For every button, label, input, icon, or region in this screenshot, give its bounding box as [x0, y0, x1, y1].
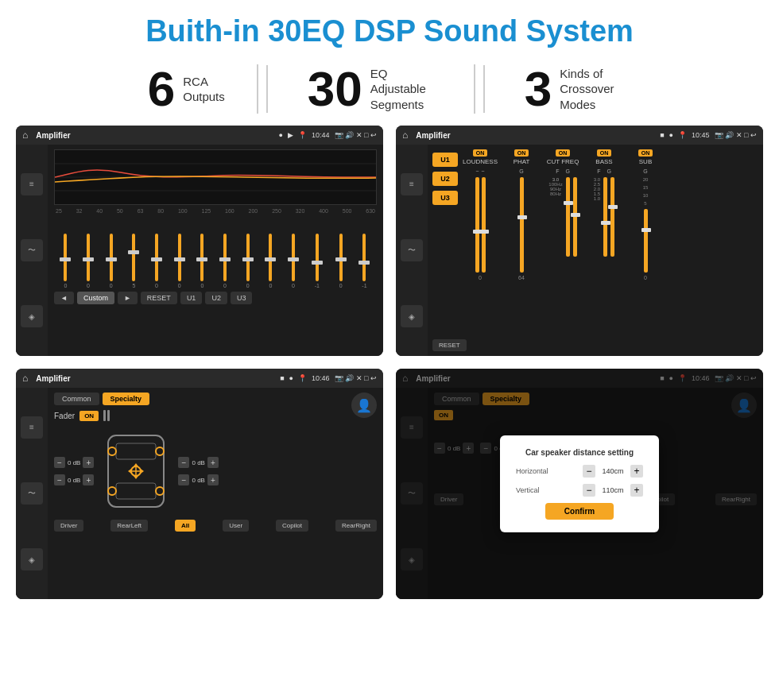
svg-rect-5	[116, 483, 156, 499]
copilot-btn[interactable]: Copilot	[276, 520, 308, 532]
crossover-sidebar-icon-3[interactable]: ◈	[401, 305, 423, 327]
crossover-channels: ON LOUDNESS ~~	[461, 149, 758, 351]
left-db-controls: − 0 dB + − 0 dB +	[54, 457, 94, 485]
eq-sidebar-icon-3[interactable]: ◈	[21, 305, 43, 327]
confirm-button[interactable]: Confirm	[545, 503, 614, 520]
freq-25: 25	[56, 208, 62, 214]
rearright-btn[interactable]: RearRight	[335, 520, 377, 532]
bass-on[interactable]: ON	[597, 149, 612, 157]
fader-sidebar: ≡ 〜 ◈	[16, 388, 48, 599]
sub-val: 0	[644, 275, 647, 280]
fader-sidebar-icon-2[interactable]: 〜	[21, 482, 43, 505]
bass-label: BASS	[595, 158, 612, 165]
vertical-plus-btn[interactable]: +	[630, 484, 643, 497]
eq-prev-btn[interactable]: ◄	[54, 292, 74, 304]
left-top-minus[interactable]: −	[54, 457, 65, 468]
eq-play-btn[interactable]: ►	[118, 292, 138, 304]
crossover-sidebar-icon-1[interactable]: ≡	[401, 173, 423, 195]
stat-rca-label: RCAOutputs	[183, 74, 225, 105]
right-top-minus[interactable]: −	[178, 457, 189, 468]
eq-main-area: 25 32 40 50 63 80 100 125 160 200 250 32…	[48, 145, 383, 356]
eq-slider-col-12[interactable]: -1	[315, 234, 320, 288]
eq-slider-col-4[interactable]: 5	[132, 234, 135, 288]
right-top-plus[interactable]: +	[207, 457, 219, 468]
common-tab[interactable]: Common	[54, 393, 99, 405]
driver-btn[interactable]: Driver	[54, 520, 83, 532]
eq-play: ▶	[288, 131, 293, 139]
stats-row: 6 RCAOutputs 30 EQ AdjustableSegments 3 …	[0, 56, 779, 126]
eq-slider-col-6[interactable]: 0	[178, 234, 181, 288]
vertical-minus-btn[interactable]: −	[583, 484, 595, 497]
eq-slider-col-2[interactable]: 0	[87, 234, 90, 288]
freq-500: 500	[343, 208, 352, 214]
vertical-value: 110cm	[599, 486, 627, 494]
specialty-tab[interactable]: Specialty	[103, 393, 150, 405]
fader-status-icons: 📷 🔊 ✕ □ ↩	[335, 374, 377, 382]
freq-320: 320	[296, 208, 305, 214]
right-bottom-plus[interactable]: +	[207, 474, 219, 485]
sub-sublabel: G	[643, 168, 647, 174]
eq-u1-btn[interactable]: U1	[180, 292, 203, 304]
fader-sidebar-icon-3[interactable]: ◈	[21, 548, 43, 570]
freq-160: 160	[225, 208, 234, 214]
eq-sidebar-icon-1[interactable]: ≡	[21, 173, 43, 195]
horizontal-minus-btn[interactable]: −	[583, 465, 595, 478]
fader-home-icon[interactable]: ⌂	[22, 373, 28, 384]
cutfreq-on[interactable]: ON	[556, 149, 571, 157]
left-bottom-plus[interactable]: +	[83, 474, 94, 485]
eq-bottom-bar: ◄ Custom ► RESET U1 U2 U3	[54, 292, 377, 304]
u1-button[interactable]: U1	[432, 153, 458, 167]
eq-sidebar: ≡ 〜 ◈	[16, 145, 48, 356]
eq-home-icon[interactable]: ⌂	[22, 130, 28, 141]
eq-u3-btn[interactable]: U3	[231, 292, 253, 304]
svg-point-7	[156, 447, 164, 455]
u3-button[interactable]: U3	[432, 191, 458, 205]
eq-sidebar-icon-2[interactable]: 〜	[21, 239, 43, 261]
fader-on-toggle[interactable]: ON	[79, 411, 99, 421]
eq-slider-col-8[interactable]: 0	[223, 234, 227, 288]
horizontal-plus-btn[interactable]: +	[630, 465, 643, 478]
cutfreq-label: CUT FREQ	[547, 158, 579, 165]
all-btn[interactable]: All	[175, 520, 196, 532]
eq-slider-col-5[interactable]: 0	[155, 234, 158, 288]
eq-slider-col-9[interactable]: 0	[246, 234, 250, 288]
eq-slider-col-14[interactable]: -1	[362, 234, 366, 288]
left-bottom-minus[interactable]: −	[54, 474, 65, 485]
eq-status-icons: 📷 🔊 ✕ □ ↩	[335, 131, 377, 139]
channel-sub: ON SUB G 20 15 10 5	[626, 149, 665, 351]
eq-slider-col-10[interactable]: 0	[269, 234, 272, 288]
left-top-plus[interactable]: +	[83, 457, 94, 468]
fader-sidebar-icon-1[interactable]: ≡	[21, 416, 43, 439]
phat-on[interactable]: ON	[514, 149, 529, 157]
crossover-sidebar: ≡ 〜 ◈	[396, 145, 428, 356]
sub-on[interactable]: ON	[638, 149, 653, 157]
crossover-home-icon[interactable]: ⌂	[402, 130, 408, 141]
eq-custom-btn[interactable]: Custom	[77, 292, 114, 304]
rearleft-btn[interactable]: RearLeft	[110, 520, 148, 532]
eq-slider-col-7[interactable]: 0	[200, 234, 203, 288]
eq-sliders: 0 0 0	[54, 217, 377, 288]
svg-point-9	[156, 487, 164, 495]
dialog-horizontal-row: Horizontal − 140cm +	[516, 465, 643, 478]
eq-reset-btn[interactable]: RESET	[141, 292, 177, 304]
vertical-label: Vertical	[516, 486, 540, 494]
eq-title: Amplifier	[36, 131, 273, 140]
channel-phat: ON PHAT G 64	[502, 149, 541, 351]
user-btn[interactable]: User	[223, 520, 249, 532]
eq-u2-btn[interactable]: U2	[205, 292, 227, 304]
eq-slider-col-3[interactable]: 0	[110, 234, 113, 288]
eq-status-bar: ⌂ Amplifier ● ▶ 📍 10:44 📷 🔊 ✕ □ ↩	[16, 126, 383, 145]
eq-slider-col-11[interactable]: 0	[292, 234, 295, 288]
crossover-sidebar-icon-2[interactable]: 〜	[401, 239, 423, 261]
u2-button[interactable]: U2	[432, 172, 458, 186]
right-bottom-minus[interactable]: −	[178, 474, 189, 485]
loudness-sliders	[475, 177, 486, 273]
stat-crossover-label: Kinds ofCrossover Modes	[560, 66, 631, 113]
loudness-on[interactable]: ON	[473, 149, 488, 157]
horizontal-label: Horizontal	[516, 467, 548, 475]
svg-marker-14	[134, 476, 138, 479]
sub-slider	[644, 209, 648, 273]
eq-slider-col-1[interactable]: 0	[64, 234, 67, 288]
eq-slider-col-13[interactable]: 0	[339, 234, 343, 288]
crossover-status-icons: 📷 🔊 ✕ □ ↩	[715, 131, 757, 139]
